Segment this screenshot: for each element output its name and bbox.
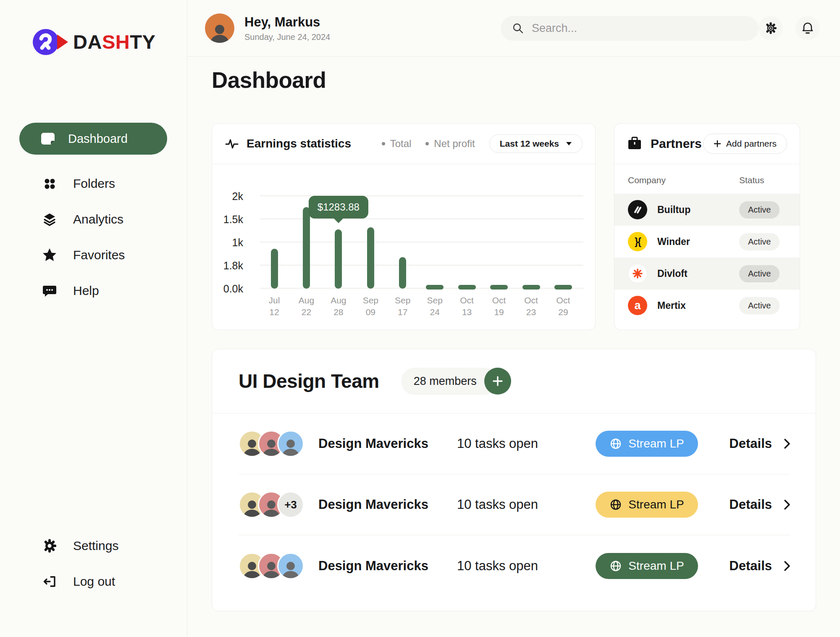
column-status: Status: [739, 175, 786, 185]
team-name: Design Mavericks: [318, 558, 457, 574]
chart-ytick: 0.0k: [223, 283, 243, 295]
chart-xlabel: Oct29: [554, 295, 572, 318]
partners-title: Partners: [651, 137, 702, 151]
chart-tooltip: $1283.88: [309, 196, 368, 218]
brand-logo: DASHTY: [31, 26, 155, 57]
status-badge: Active: [739, 233, 780, 250]
legend-dot: [382, 142, 385, 145]
partner-row-winder[interactable]: }{ Winder Active: [614, 226, 800, 258]
globe-icon: [609, 498, 622, 511]
team-header: UI Design Team 28 members: [212, 349, 816, 413]
chart-legend: Total Net profit: [382, 138, 475, 150]
brand-logo-text: DASHTY: [73, 30, 155, 53]
divloft-logo: [628, 264, 647, 283]
status-badge: Active: [739, 265, 780, 282]
chart-xlabel: Sep17: [394, 295, 412, 318]
sidebar-item-analytics[interactable]: Analytics: [0, 201, 187, 237]
user-avatar[interactable]: [205, 13, 234, 43]
status-badge: Active: [739, 297, 780, 314]
team-title: UI Design Team: [239, 370, 379, 392]
plus-icon: [714, 140, 721, 147]
chat-bubble-icon: [42, 284, 57, 298]
chart-bar[interactable]: [554, 285, 572, 290]
status-badge: Active: [739, 201, 780, 218]
partner-name: Mertix: [657, 300, 686, 311]
chevron-right-icon: [784, 499, 790, 510]
chart-bar[interactable]: [271, 249, 278, 289]
add-partners-button[interactable]: Add partners: [703, 134, 787, 154]
date-text: Sunday, June 24, 2024: [244, 32, 330, 42]
settings-gear-icon: [764, 21, 777, 35]
chart-bar[interactable]: [458, 285, 476, 290]
stream-lp-button[interactable]: Stream LP: [596, 553, 698, 579]
chart-xlabels: Jul12Aug22Aug28Sep09Sep17Sep24Oct13Oct19…: [260, 295, 583, 318]
chart-xlabel: Aug28: [329, 295, 348, 318]
chart-ytick: 1k: [232, 237, 243, 249]
partner-row-divloft[interactable]: Divloft Active: [614, 258, 800, 290]
sidebar-nav: Folders Analytics Favorites: [0, 166, 187, 308]
briefcase-icon: [627, 136, 642, 151]
chart-bar[interactable]: [335, 229, 342, 289]
layers-icon: [42, 212, 57, 226]
search-icon: [512, 22, 524, 34]
details-link[interactable]: Details: [729, 497, 790, 512]
add-member-button[interactable]: [484, 368, 511, 395]
star-icon: [42, 247, 57, 263]
brand-logo-icon: [31, 26, 70, 57]
partner-row-mertix[interactable]: a Mertix Active: [614, 290, 800, 321]
chart-gridline: [260, 195, 583, 196]
earnings-chart: 2k1.5k1k1.8k0.0k $1283.88 Jul12Aug22Aug2…: [212, 164, 595, 318]
legend-item-net-profit: Net profit: [425, 138, 475, 150]
sidebar-footer: Settings Log out: [0, 528, 187, 599]
team-row-3: Design Mavericks 10 tasks open Stream LP…: [239, 535, 790, 596]
partner-name: Winder: [657, 236, 690, 247]
chart-bar[interactable]: [522, 285, 540, 290]
notification-bell-icon: [801, 21, 814, 35]
sidebar-item-label: Settings: [73, 539, 118, 553]
mertix-logo: a: [628, 296, 647, 315]
team-row-2: +3 Design Mavericks 10 tasks open Stream…: [239, 474, 790, 535]
search-input[interactable]: [532, 22, 748, 35]
chart-ylabels: 2k1.5k1k1.8k0.0k: [212, 187, 260, 289]
sidebar-item-settings[interactable]: Settings: [0, 528, 187, 563]
chart-bar[interactable]: [426, 285, 444, 290]
search-bar[interactable]: [501, 16, 759, 41]
settings-gear-button[interactable]: [759, 16, 783, 40]
details-link[interactable]: Details: [729, 558, 790, 574]
stream-lp-button[interactable]: Stream LP: [596, 431, 698, 457]
chart-xlabel: Sep24: [425, 295, 444, 318]
sidebar-item-label: Folders: [73, 176, 115, 191]
sidebar-item-label: Dashboard: [68, 132, 128, 146]
sidebar-item-favorites[interactable]: Favorites: [0, 237, 187, 273]
sidebar-item-logout[interactable]: Log out: [0, 563, 187, 599]
stream-lp-button[interactable]: Stream LP: [596, 492, 698, 518]
globe-icon: [609, 560, 622, 572]
chart-xlabel: Oct19: [490, 295, 508, 318]
chart-plot: $1283.88: [260, 187, 583, 289]
date-range-dropdown[interactable]: Last 12 weeks: [489, 134, 583, 153]
extra-members-chip: +3: [277, 491, 304, 518]
greeting-text: Hey, Markus: [244, 15, 330, 30]
notification-bell-button[interactable]: [795, 16, 820, 40]
chart-bar[interactable]: [303, 207, 310, 289]
tasks-open: 10 tasks open: [457, 436, 596, 451]
gear-icon: [42, 539, 57, 553]
partner-name: Divloft: [657, 268, 688, 279]
chevron-right-icon: [784, 561, 790, 571]
chart-bar[interactable]: [367, 227, 374, 289]
sidebar-item-help[interactable]: Help: [0, 273, 187, 308]
sidebar-item-dashboard[interactable]: Dashboard: [19, 123, 167, 155]
details-link[interactable]: Details: [729, 436, 790, 451]
chart-bar[interactable]: [399, 257, 406, 289]
sidebar-item-label: Favorites: [73, 248, 125, 262]
partner-row-builtup[interactable]: Builtup Active: [614, 194, 800, 226]
legend-dot: [425, 142, 429, 145]
member-avatar: [277, 553, 304, 579]
tasks-open: 10 tasks open: [457, 558, 596, 574]
earnings-header: Earnings statistics Total Net profit Las…: [212, 124, 595, 164]
sidebar-item-folders[interactable]: Folders: [0, 166, 187, 201]
partners-card: Partners Add partners Company Status: [614, 123, 800, 330]
builtup-logo: [628, 200, 647, 219]
chart-bar[interactable]: [490, 285, 508, 290]
avatar-group: [239, 553, 318, 579]
